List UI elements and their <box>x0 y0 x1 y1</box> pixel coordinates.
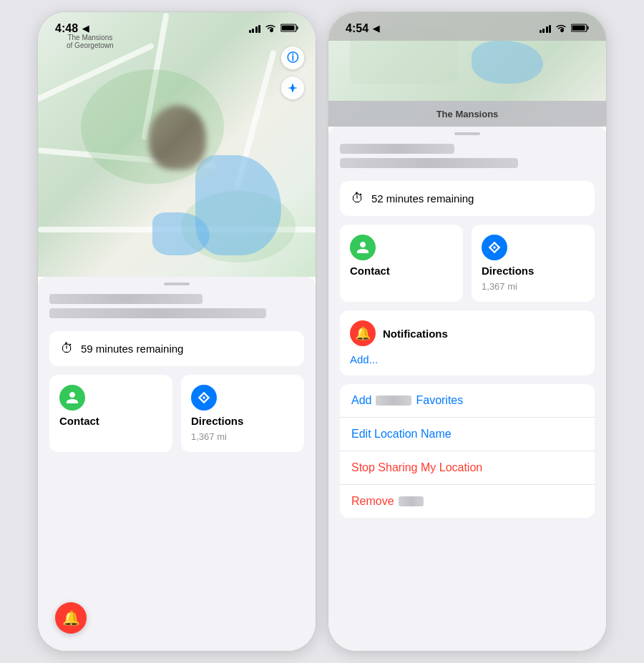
contact-card-2[interactable]: Contact <box>340 225 463 302</box>
map-person <box>149 105 206 170</box>
notif-add-link[interactable]: Add... <box>350 353 585 365</box>
sheet-handle-2 <box>454 132 480 135</box>
notifications-card: 🔔 Notifications Add... <box>340 310 595 375</box>
directions-card-1[interactable]: Directions 1,367 mi <box>181 375 304 452</box>
bar1 <box>249 30 251 33</box>
svg-rect-6 <box>572 26 585 31</box>
remove-row: Remove <box>351 495 583 508</box>
wifi-icon-2 <box>555 24 567 34</box>
notif-title: Notifications <box>383 328 448 340</box>
bar4 <box>258 25 260 33</box>
blurred-name-line-2b <box>340 158 518 168</box>
timer-text-2: 52 minutes remaining <box>371 192 474 205</box>
directions-card-2[interactable]: Directions 1,367 mi <box>472 225 595 302</box>
bar2-3 <box>546 26 548 33</box>
contact-label-2: Contact <box>350 265 453 277</box>
add-favorites-item[interactable]: Add Favorites <box>340 384 595 418</box>
timer-icon-2: ⏱ <box>351 191 364 206</box>
stop-sharing-item[interactable]: Stop Sharing My Location <box>340 451 595 485</box>
water-2 <box>152 212 210 255</box>
bar2-4 <box>549 25 551 33</box>
blurred-name-line-1 <box>49 294 203 304</box>
phone-screen-1: 4:48 ◀ <box>37 11 316 652</box>
blurred-name-inline <box>376 396 411 406</box>
bar2 <box>252 29 254 33</box>
directions-icon-1 <box>191 385 217 411</box>
location-button[interactable] <box>281 77 304 99</box>
contact-icon-2 <box>350 235 376 260</box>
favorites-text: Favorites <box>416 394 463 407</box>
contact-card-1[interactable]: Contact <box>49 375 172 452</box>
edit-location-item[interactable]: Edit Location Name <box>340 418 595 451</box>
bottom-spacer <box>328 526 606 548</box>
status-time-1: 4:48 ◀ <box>55 22 89 35</box>
timer-card-2: ⏱ 52 minutes remaining <box>340 181 595 216</box>
status-time-2: 4:54 ◀ <box>346 22 379 35</box>
location-arrow-1: ◀ <box>82 24 89 34</box>
status-bar-1: 4:48 ◀ <box>38 12 316 41</box>
status-icons-2 <box>540 22 590 35</box>
notif-icon: 🔔 <box>350 320 376 346</box>
sheet-handle-1 <box>164 283 190 285</box>
directions-icon-2 <box>482 235 507 260</box>
notif-header: 🔔 Notifications <box>350 320 585 346</box>
directions-distance-2: 1,367 mi <box>482 281 585 292</box>
contact-icon-1 <box>59 385 85 411</box>
svg-rect-5 <box>587 26 589 30</box>
timer-icon-1: ⏱ <box>61 341 74 356</box>
name-block-2 <box>328 144 606 181</box>
water-detail-2 <box>472 41 543 84</box>
time-2: 4:54 <box>346 22 369 35</box>
battery-icon-2 <box>571 22 589 35</box>
blurred-name-line-2a <box>340 144 454 154</box>
info-button[interactable]: ⓘ <box>281 46 304 69</box>
signal-bars-1 <box>249 24 261 33</box>
bar2-1 <box>540 30 542 33</box>
timer-card-1: ⏱ 59 minutes remaining <box>49 331 304 366</box>
bar2-2 <box>542 29 545 33</box>
status-bar-2: 4:54 ◀ <box>328 12 606 41</box>
battery-icon-1 <box>280 22 298 35</box>
blurred-name-line-2 <box>49 308 266 318</box>
blurred-name-remove <box>399 496 424 506</box>
signal-bars-2 <box>540 24 552 33</box>
map-area-1: The Mansionsof Georgetown ⓘ <box>38 12 316 277</box>
add-favorites-row: Add Favorites <box>351 394 583 407</box>
svg-point-7 <box>493 246 495 248</box>
time-1: 4:48 <box>55 22 78 35</box>
phone-screen-2: 4:54 ◀ The Mansions <box>328 11 607 652</box>
name-block-1 <box>38 294 316 331</box>
add-text: Add <box>351 394 371 407</box>
remove-text: Remove <box>351 495 394 508</box>
svg-point-3 <box>203 396 205 398</box>
bar3 <box>255 26 258 33</box>
directions-label-2: Directions <box>482 265 585 277</box>
remove-item[interactable]: Remove <box>340 485 595 518</box>
map-header-bar: The Mansions <box>328 101 606 127</box>
bell-fab-1[interactable]: 🔔 <box>55 602 87 634</box>
action-row-2: Contact Directions 1,367 mi <box>340 225 595 302</box>
status-icons-1 <box>249 22 299 35</box>
timer-text-1: 59 minutes remaining <box>81 343 183 355</box>
directions-label-1: Directions <box>191 415 294 427</box>
contact-label-1: Contact <box>59 415 162 427</box>
svg-rect-1 <box>297 26 298 30</box>
map-header-label: The Mansions <box>436 109 499 119</box>
menu-card: Add Favorites Edit Location Name Stop Sh… <box>340 384 595 518</box>
directions-distance-1: 1,367 mi <box>191 431 294 442</box>
wifi-icon-1 <box>265 24 276 34</box>
svg-rect-2 <box>282 26 295 31</box>
location-arrow-2: ◀ <box>373 24 379 34</box>
bottom-sheet-1: ⏱ 59 minutes remaining Contact Direction… <box>38 277 316 651</box>
action-row-1: Contact Directions 1,367 mi <box>49 375 304 452</box>
bottom-sheet-2: ⏱ 52 minutes remaining Contact Direction… <box>328 127 606 651</box>
